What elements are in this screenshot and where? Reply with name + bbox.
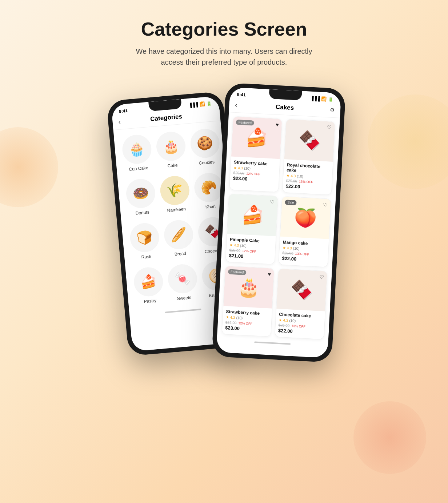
product-info-mango: Mango cake ★ 4.3 (10) $25.00 13% OFF $22… xyxy=(279,237,329,267)
rating-count-2: (10) xyxy=(297,174,303,178)
star-icon-5: ★ xyxy=(225,315,229,319)
page-title: Categories Screen xyxy=(7,18,441,40)
product-info-strawberry-2: Strawberry cake ★ 4.3 (10) $25.00 12% OF… xyxy=(222,306,272,337)
category-item-namkeen[interactable]: 🌾 Namkeen xyxy=(157,172,193,216)
product-img-royal-choc: 🍫 ♡ xyxy=(284,119,335,162)
product-card-strawberry[interactable]: 🍰 Featured ♥ Strawberry cake ★ 4.3 (10) … xyxy=(229,116,282,193)
heart-button-5[interactable]: ♥ xyxy=(268,271,271,277)
product-card-royal-choc[interactable]: 🍫 ♡ Royal chocolate cake ★ 4.3 (10) $25.… xyxy=(282,119,335,195)
home-indicator-right xyxy=(254,341,291,345)
category-label-donuts: Donuts xyxy=(135,209,149,216)
signal-icon-right: ▐▐▐ xyxy=(311,96,320,101)
heart-button-1[interactable]: ♥ xyxy=(276,122,279,128)
category-item-donuts[interactable]: 🍩 Donuts xyxy=(123,175,159,220)
battery-icon: 🔋 xyxy=(206,101,212,106)
product-card-pineapple[interactable]: 🍰 ♡ Pinapple Cake ★ 4.3 (10) $25.00 12% … xyxy=(225,193,279,265)
star-icon-4: ★ xyxy=(283,246,286,250)
status-icons-right: ▐▐▐ 📶 🔋 xyxy=(311,96,334,102)
rating-count-6: (10) xyxy=(289,318,296,323)
back-button-right[interactable]: ‹ xyxy=(235,101,237,109)
page-subtitle: We have categorized this into many. User… xyxy=(126,46,322,68)
category-item-cupcake[interactable]: 🧁 Cup Cake xyxy=(119,130,155,175)
category-item-cookies[interactable]: 🍪 Cookies xyxy=(188,125,223,169)
rating-value-6: 4.3 xyxy=(283,318,288,322)
product-info-pineapple: Pinapple Cake ★ 4.3 (10) $25.00 12% OFF … xyxy=(226,234,276,264)
rating-count-5: (10) xyxy=(236,316,243,320)
star-icon-6: ★ xyxy=(279,318,282,322)
category-icon-namkeen: 🌾 xyxy=(159,175,191,206)
decorative-blob-bottom-right xyxy=(353,401,426,474)
discount-3: 12% OFF xyxy=(242,249,256,253)
discount-5: 12% OFF xyxy=(238,321,252,326)
discount-1: 12% OFF xyxy=(246,172,260,176)
rating-count-4: (10) xyxy=(293,246,300,251)
category-icon-cookies: 🍪 xyxy=(189,128,221,159)
category-label-rusk: Rusk xyxy=(141,254,151,259)
category-icon-cupcake: 🧁 xyxy=(121,133,153,165)
rating-value-1: 4.3 xyxy=(238,166,243,170)
heart-button-3[interactable]: ♡ xyxy=(270,199,275,205)
category-item-sweets[interactable]: 🍬 Sweets xyxy=(165,260,201,305)
category-item-rusk[interactable]: 🍞 Rusk xyxy=(127,219,163,263)
rating-value-2: 4.3 xyxy=(291,174,296,178)
category-label-khari: Khari xyxy=(205,204,216,210)
product-img-strawberry: 🍰 Featured ♥ xyxy=(231,117,282,159)
battery-icon-right: 🔋 xyxy=(328,97,334,102)
product-img-mango: 🍑 Sale ♡ xyxy=(280,197,331,239)
product-badge-featured-1: Featured xyxy=(236,120,254,126)
heart-button-6[interactable]: ♡ xyxy=(319,274,324,280)
original-price-6: $25.00 xyxy=(278,323,289,328)
heart-button-4[interactable]: ♡ xyxy=(323,202,328,208)
discount-6: 13% OFF xyxy=(291,324,305,328)
product-card-choc-2[interactable]: 🍫 ♡ Chocolate cake ★ 4.3 (10) $25.00 13%… xyxy=(275,269,328,340)
wifi-icon-right: 📶 xyxy=(321,96,327,102)
phone-cakes: 9:41 ▐▐▐ 📶 🔋 ‹ Cakes ⚙ 🍰 Featured xyxy=(212,83,346,362)
filter-button[interactable]: ⚙ xyxy=(330,107,335,113)
discount-4: 13% OFF xyxy=(295,252,309,256)
product-card-strawberry-2[interactable]: 🎂 Featured ♥ Strawberry cake ★ 4.3 (10) … xyxy=(221,266,275,337)
star-icon-1: ★ xyxy=(233,166,237,170)
product-name-royal-choc: Royal chocolate cake xyxy=(287,162,330,174)
discount-2: 13% OFF xyxy=(299,180,313,184)
rating-count-3: (10) xyxy=(240,244,247,248)
heart-button-2[interactable]: ♡ xyxy=(327,124,332,130)
category-label-cookies: Cookies xyxy=(199,159,215,166)
category-label-cake: Cake xyxy=(167,162,178,168)
back-button-left[interactable]: ‹ xyxy=(118,118,121,126)
cakes-screen-title: Cakes xyxy=(276,104,294,112)
category-icon-donuts: 🍩 xyxy=(125,178,157,209)
product-img-strawberry-2: 🎂 Featured ♥ xyxy=(223,266,274,309)
page-header: Categories Screen We have categorized th… xyxy=(0,0,448,79)
original-price-3: $25.00 xyxy=(229,248,240,253)
original-price-5: $25.00 xyxy=(225,320,237,325)
phones-container: 9:41 ▐▐▐ 📶 🔋 ‹ Categories 🧁 Cup Cake 🎂 xyxy=(0,89,448,363)
signal-icon: ▐▐▐ xyxy=(188,102,198,108)
product-card-mango[interactable]: 🍑 Sale ♡ Mango cake ★ 4.3 (10) $25.00 xyxy=(278,196,331,267)
product-badge-featured-5: Featured xyxy=(228,269,247,275)
category-item-cake[interactable]: 🎂 Cake xyxy=(153,128,189,172)
category-icon-sweets: 🍬 xyxy=(167,263,199,295)
category-icon-bread: 🥖 xyxy=(163,219,195,250)
time-right: 9:41 xyxy=(237,92,246,97)
category-item-bread[interactable]: 🥖 Bread xyxy=(161,216,197,261)
time-left: 9:41 xyxy=(119,108,128,114)
category-icon-pastry: 🍰 xyxy=(133,266,164,298)
product-info-choc-2: Chocolate cake ★ 4.3 (10) $25.00 13% OFF… xyxy=(275,309,325,339)
products-grid: 🍰 Featured ♥ Strawberry cake ★ 4.3 (10) … xyxy=(217,112,340,343)
product-info-royal-choc: Royal chocolate cake ★ 4.3 (10) $25.00 1… xyxy=(283,159,333,195)
product-img-choc-2: 🍫 ♡ xyxy=(276,269,327,311)
category-label-sweets: Sweets xyxy=(177,295,191,301)
category-label-namkeen: Namkeen xyxy=(167,206,186,213)
product-img-pineapple: 🍰 ♡ xyxy=(227,194,278,236)
wifi-icon: 📶 xyxy=(199,101,205,107)
category-icon-cake: 🎂 xyxy=(155,130,187,162)
category-item-pastry[interactable]: 🍰 Pastry xyxy=(131,263,167,308)
rating-value-4: 4.3 xyxy=(287,246,292,250)
category-label-pastry: Pastry xyxy=(144,298,156,304)
original-price-2: $25.00 xyxy=(286,178,297,183)
category-icon-rusk: 🍞 xyxy=(129,222,160,254)
rating-value-3: 4.3 xyxy=(234,243,239,248)
rating-count-1: (10) xyxy=(244,166,251,170)
home-indicator-left xyxy=(165,309,201,313)
original-price-1: $25.00 xyxy=(233,171,244,176)
